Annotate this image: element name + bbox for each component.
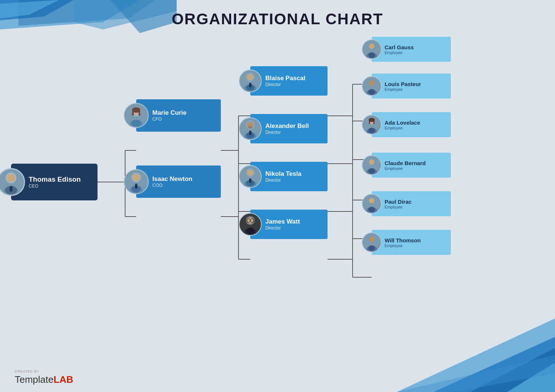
svg-point-46 <box>133 174 140 181</box>
dirac-text: Paul Dirac Employee <box>385 199 411 209</box>
svg-marker-8 <box>470 348 555 392</box>
tesla-role: Director <box>265 178 301 183</box>
person-icon-tesla <box>240 166 261 187</box>
svg-point-76 <box>368 52 375 58</box>
node-bell: Alexander Bell Director <box>250 114 328 143</box>
svg-point-60 <box>248 126 252 129</box>
svg-marker-10 <box>397 355 555 392</box>
avatar-lovelace <box>362 115 382 135</box>
svg-point-84 <box>368 128 375 133</box>
bell-name: Alexander Bell <box>265 122 309 130</box>
avatar-pascal <box>239 70 262 92</box>
svg-rect-86 <box>369 120 370 124</box>
logo-template: Template <box>15 374 54 385</box>
svg-rect-59 <box>249 131 251 135</box>
avatar-coo <box>124 169 149 194</box>
pasteur-name: Louis Pasteur <box>385 81 421 87</box>
ceo-name: Thomas Edison <box>29 175 81 183</box>
svg-point-41 <box>131 120 141 126</box>
svg-point-95 <box>368 207 375 212</box>
thomson-name: Will Thomson <box>385 237 421 243</box>
node-lovelace: Ada Lovelace Employee <box>372 112 451 137</box>
page-title: ORGANIZATIONAL CHART <box>0 10 555 28</box>
svg-point-89 <box>369 159 375 165</box>
person-icon-pasteur <box>363 77 381 95</box>
avatar-pasteur <box>362 76 382 96</box>
svg-point-51 <box>247 74 254 80</box>
ceo-role: CEO <box>29 183 81 189</box>
logo-created-by: CREATED BY <box>15 370 39 373</box>
pascal-text: Blaise Pascal Director <box>265 75 305 87</box>
avatar-bernard <box>362 155 382 175</box>
svg-point-93 <box>369 198 375 203</box>
node-tesla: Nikola Tesla Director <box>250 162 328 191</box>
coo-name: Isaac Newton <box>152 175 192 183</box>
person-icon-watt <box>240 214 261 235</box>
node-coo: Isaac Newton COO <box>136 165 221 198</box>
node-watt: James Watt Director <box>250 210 328 239</box>
avatar-thomson <box>362 232 382 252</box>
node-thomson: Will Thomson Employee <box>372 230 451 255</box>
svg-point-78 <box>369 80 375 86</box>
svg-rect-37 <box>10 186 12 192</box>
pasteur-role: Employee <box>385 87 421 92</box>
svg-marker-6 <box>397 318 555 392</box>
avatar-watt <box>239 213 262 236</box>
person-icon-ceo <box>0 169 24 195</box>
logo-area: CREATED BY TemplateLAB <box>15 370 73 385</box>
person-icon-pascal <box>240 70 261 92</box>
svg-rect-44 <box>139 110 141 115</box>
lovelace-name: Ada Lovelace <box>385 120 420 126</box>
node-pascal: Blaise Pascal Director <box>250 66 328 96</box>
person-icon-cfo <box>124 104 148 127</box>
dirac-name: Paul Dirac <box>385 199 411 205</box>
node-pasteur: Louis Pasteur Employee <box>372 74 451 99</box>
avatar-bell <box>239 117 262 140</box>
bernard-role: Employee <box>385 166 426 171</box>
cfo-name: Marie Curie <box>152 109 187 117</box>
svg-rect-65 <box>249 179 251 183</box>
svg-rect-87 <box>374 120 375 124</box>
lovelace-text: Ada Lovelace Employee <box>385 120 420 130</box>
svg-rect-54 <box>249 83 251 87</box>
bg-decoration-br <box>397 318 555 392</box>
node-gauss: Carl Gauss Employee <box>372 37 451 62</box>
person-icon-bell <box>240 118 261 139</box>
avatar-gauss <box>362 39 382 59</box>
coo-text: Isaac Newton COO <box>152 175 192 188</box>
node-cfo: Marie Curie CFO <box>136 99 221 132</box>
svg-point-74 <box>369 43 375 49</box>
thomson-text: Will Thomson Employee <box>385 237 421 248</box>
person-icon-gauss <box>363 40 381 58</box>
bernard-name: Claude Bernard <box>385 160 426 166</box>
person-icon-dirac <box>363 195 381 213</box>
bernard-text: Claude Bernard Employee <box>385 160 426 171</box>
person-icon-lovelace <box>363 115 381 134</box>
ceo-text: Thomas Edison CEO <box>29 175 81 189</box>
cfo-role: CFO <box>152 117 187 122</box>
gauss-name: Carl Gauss <box>385 44 414 50</box>
thomson-role: Employee <box>385 243 421 248</box>
watt-text: James Watt Director <box>265 218 300 231</box>
bell-role: Director <box>265 130 309 135</box>
svg-point-99 <box>368 245 375 251</box>
logo-brand: TemplateLAB <box>15 374 73 385</box>
watt-name: James Watt <box>265 218 300 225</box>
cfo-text: Marie Curie CFO <box>152 109 187 122</box>
person-icon-coo <box>124 170 148 193</box>
logo-lab: LAB <box>54 374 73 385</box>
node-bernard: Claude Bernard Employee <box>372 153 451 178</box>
tesla-name: Nikola Tesla <box>265 170 301 178</box>
avatar-tesla <box>239 165 262 188</box>
svg-point-97 <box>369 236 375 242</box>
node-ceo: Thomas Edison CEO <box>11 164 98 200</box>
svg-rect-43 <box>132 110 134 115</box>
gauss-text: Carl Gauss Employee <box>385 44 414 55</box>
lovelace-role: Employee <box>385 126 420 130</box>
node-dirac: Paul Dirac Employee <box>372 191 451 216</box>
dirac-role: Employee <box>385 205 411 209</box>
svg-marker-9 <box>507 363 555 392</box>
coo-role: COO <box>152 183 192 188</box>
tesla-text: Nikola Tesla Director <box>265 170 301 183</box>
bell-text: Alexander Bell Director <box>265 122 309 135</box>
